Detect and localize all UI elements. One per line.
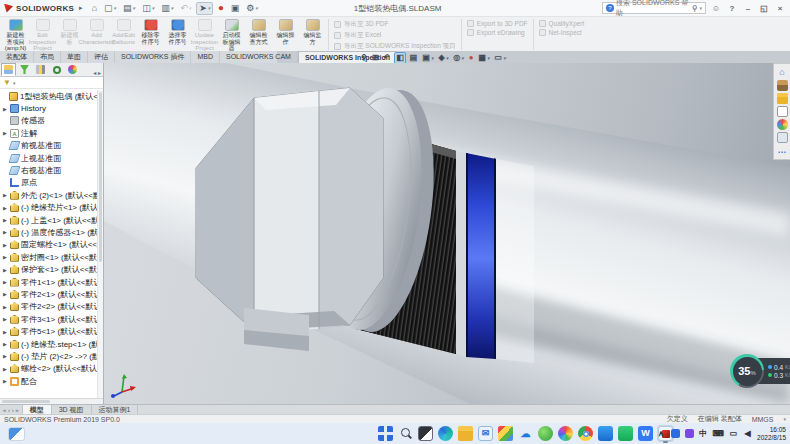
tab-assembly[interactable]: 装配体 xyxy=(0,51,34,63)
taskbar-chrome-icon[interactable] xyxy=(578,426,593,441)
appearances-scenes-icon[interactable] xyxy=(777,119,788,130)
tree-item[interactable]: ▶ 外壳 (2)<1> (默认<<默认>_显示状 xyxy=(0,189,103,201)
expand-arrow-icon[interactable]: ▶ xyxy=(3,378,10,384)
taskbar-store-icon[interactable] xyxy=(498,426,513,441)
expand-arrow-icon[interactable]: ▶ xyxy=(3,267,10,273)
tree-item[interactable]: ▶ 注解 xyxy=(0,127,103,139)
ime-language-indicator[interactable]: 中 xyxy=(699,428,708,439)
configurationmanager-tab[interactable] xyxy=(33,63,48,76)
close-icon[interactable]: × xyxy=(774,2,786,15)
home-icon[interactable]: ⌂▾ xyxy=(90,2,99,15)
expand-arrow-icon[interactable]: ▶ xyxy=(3,205,10,211)
tray-blue-app-icon[interactable] xyxy=(671,429,680,438)
tab-layout[interactable]: 布局 xyxy=(34,51,61,63)
propertymanager-tab[interactable] xyxy=(17,63,32,76)
expand-arrow-icon[interactable]: ▶ xyxy=(3,106,10,112)
expand-arrow-icon[interactable]: ▶ xyxy=(3,366,10,372)
expand-arrow-icon[interactable]: ▶ xyxy=(3,130,10,136)
dimxpertmanager-tab[interactable] xyxy=(49,63,64,76)
tree-item[interactable]: ▶ History xyxy=(0,102,103,114)
tree-item[interactable]: ▶ 传感器 xyxy=(0,115,103,127)
select-icon[interactable]: ➤▾ xyxy=(196,2,213,15)
tree-item[interactable]: ▶ 密封圈<1> (默认<<默认>_显示状 xyxy=(0,251,103,263)
expand-arrow-icon[interactable]: ▶ xyxy=(3,242,10,248)
tree-item[interactable]: ▶ (-) 垫片 (2)<2> ->? (默认<<默认 xyxy=(0,350,103,362)
taskbar-green-app-icon[interactable] xyxy=(618,426,633,441)
edit-inspection-project-button[interactable]: Edit Inspection Project xyxy=(29,18,56,51)
tab-mbd[interactable]: MBD xyxy=(191,51,220,63)
launch-template-editor-button[interactable]: 启动模 板编辑 器 xyxy=(218,18,245,51)
edit-appearance-icon[interactable]: ●▾ xyxy=(468,52,475,64)
doc-tab-3dviews[interactable]: 3D 视图 xyxy=(52,405,92,414)
minimize-icon[interactable]: – xyxy=(742,2,754,15)
panel-tab-scroll-arrows[interactable]: ◂ ▸ xyxy=(93,69,102,76)
tray-shield-icon[interactable] xyxy=(685,429,694,438)
tree-item[interactable]: ▶ 上视基准面 xyxy=(0,152,103,164)
expand-arrow-icon[interactable]: ▶ xyxy=(3,341,10,347)
tree-item[interactable]: ▶ 1型铠装热电偶 (默认<默认_显示状态-1 xyxy=(0,90,103,102)
doc-tab-scroll-buttons[interactable]: « ‹ › » xyxy=(0,405,23,414)
tree-item[interactable]: ▶ 右视基准面 xyxy=(0,164,103,176)
tree-filter-row[interactable]: ▼ ▾ xyxy=(0,77,103,89)
tree-vertical-scrollbar[interactable] xyxy=(97,90,103,398)
print-icon[interactable]: ▥▾ xyxy=(159,2,175,15)
tree-item[interactable]: ▶ (-) 绝缘垫片<1> (默认<<默认>_显 xyxy=(0,202,103,214)
add-characteristic-button[interactable]: Add Characteristic xyxy=(83,18,110,51)
tree-item[interactable]: ▶ (-) 上盖<1> (默认<<默认>_显示状 xyxy=(0,214,103,226)
taskbar-blue-app-icon[interactable] xyxy=(598,426,613,441)
edit-operations-button[interactable]: 编辑操 作 xyxy=(272,18,299,51)
export-menu-item[interactable]: 导出至 Excel xyxy=(334,31,456,40)
tree-horizontal-scrollbar[interactable] xyxy=(0,398,103,404)
rebuild-icon[interactable]: ●▾ xyxy=(216,2,225,15)
display-icon[interactable]: ▭ xyxy=(729,428,738,439)
previous-view-icon[interactable]: ↶▾ xyxy=(383,52,392,64)
hide-show-items-icon[interactable]: ◎▾ xyxy=(452,52,465,64)
widgets-icon[interactable] xyxy=(8,427,25,441)
featuremanager-tab[interactable] xyxy=(1,63,16,76)
new-document-icon[interactable]: ▢▾ xyxy=(102,2,118,15)
tree-item[interactable]: ▶ 前视基准面 xyxy=(0,140,103,152)
dynamic-annotation-icon[interactable]: ▤▾ xyxy=(409,52,419,64)
new-inspection-project-button[interactable]: 新建检 查项目 (amp;N) xyxy=(2,18,29,51)
tree-item[interactable]: ▶ 零件1<1> (默认<<默认>_显示状 xyxy=(0,276,103,288)
tree-item[interactable]: ▶ 零件5<1> (默认<<默认>_显示状 xyxy=(0,325,103,337)
volume-icon[interactable]: ◀ xyxy=(743,428,752,439)
remove-balloons-button[interactable]: 移除零 件序号 xyxy=(137,18,164,51)
file-properties-icon[interactable]: ▣▾ xyxy=(229,2,242,15)
tree-item[interactable]: ▶ 配合 xyxy=(0,375,103,387)
section-view-icon[interactable]: ◧▾ xyxy=(394,52,406,64)
menu-expander[interactable]: ▸ xyxy=(79,4,83,12)
graphics-viewport[interactable]: ⌂… 0.4 K/s xyxy=(104,63,790,404)
select-balloons-button[interactable]: 选择零 件序号 xyxy=(164,18,191,51)
add-edit-balloons-button[interactable]: Add/Edit Balloons xyxy=(110,18,137,51)
tree-item[interactable]: ▶ 零件3<1> (默认<<默认>_显示状 xyxy=(0,313,103,325)
taskbar-pinwheel-icon[interactable] xyxy=(558,426,573,441)
displaymanager-tab[interactable] xyxy=(65,63,80,76)
custom-properties-icon[interactable] xyxy=(777,132,788,143)
taskbar-wps-icon[interactable]: W xyxy=(638,426,653,441)
doc-tab-model[interactable]: 模型 xyxy=(23,405,52,414)
file-explorer-icon[interactable] xyxy=(777,93,788,104)
expand-arrow-icon[interactable]: ▶ xyxy=(3,254,10,260)
save-icon[interactable]: ◫▾ xyxy=(140,2,156,15)
tree-item[interactable]: ▶ 零件2<2> (默认<<默认>_显示状 xyxy=(0,301,103,313)
forum-icon[interactable]: … xyxy=(777,145,788,156)
view-palette-icon[interactable] xyxy=(777,106,788,117)
tree-item[interactable]: ▶ 保护套<1> (默认<<默认>_显示状 xyxy=(0,263,103,275)
zoom-fit-icon[interactable]: ⚲▾ xyxy=(360,52,368,64)
quality-menu-item[interactable]: QualityXpert xyxy=(539,20,585,27)
help-menu-icon[interactable]: ? xyxy=(726,2,738,15)
export-menu-item[interactable]: Export to 3D PDF xyxy=(467,20,528,27)
tree-item[interactable]: ▶ 螺栓<2> (默认<<默认>_显示状态 xyxy=(0,363,103,375)
display-style-icon[interactable]: ◈▾ xyxy=(437,52,449,64)
restore-icon[interactable]: ◱ xyxy=(758,2,770,15)
view-orientation-icon[interactable]: ▣▾ xyxy=(421,52,434,64)
tab-cam[interactable]: SOLIDWORKS CAM xyxy=(220,51,298,63)
expand-arrow-icon[interactable]: ▶ xyxy=(3,192,10,198)
tray-chevron-icon[interactable]: ∧ xyxy=(657,428,666,439)
taskbar-explorer-icon[interactable] xyxy=(458,426,473,441)
tab-evaluate[interactable]: 评估 xyxy=(88,51,115,63)
status-units-caret-icon[interactable]: ▾ xyxy=(783,416,786,422)
taskbar-360-icon[interactable] xyxy=(538,426,553,441)
expand-arrow-icon[interactable]: ▶ xyxy=(3,304,10,310)
